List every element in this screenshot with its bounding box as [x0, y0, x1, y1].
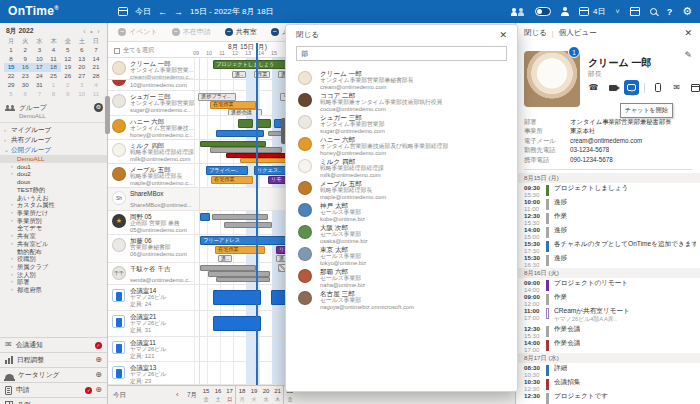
tree-item[interactable]: ›共有グループ: [0, 135, 107, 145]
layout-icon[interactable]: [630, 7, 640, 16]
minical-day[interactable]: 3: [32, 46, 46, 55]
event-bar[interactable]: 在宅作業: [211, 176, 253, 184]
panel-close-x-icon[interactable]: ✕: [684, 28, 692, 38]
person-list-item[interactable]: 大阪 次郎セールス事業部osaka@ontime.biz: [296, 223, 507, 245]
minical-day[interactable]: 1: [46, 81, 60, 90]
schedule-event[interactable]: 09:0014:00プロジェクトのリモート: [516, 279, 700, 293]
minical-day[interactable]: 31: [32, 81, 46, 90]
schedule-event[interactable]: 12:30プロジェクトです: [516, 392, 700, 404]
timeline-day[interactable]: 16土: [212, 386, 224, 404]
minical-day[interactable]: 21: [89, 63, 103, 72]
minical-day[interactable]: 1: [4, 46, 18, 55]
schedule-event[interactable]: 12:3015:30作業会議: [516, 325, 700, 339]
tree-expand-icon[interactable]: ›: [11, 217, 13, 225]
group-view-icon[interactable]: [511, 7, 525, 16]
tree-expand-icon[interactable]: ›: [11, 170, 13, 178]
schedule-event[interactable]: 15:3016:30進捗: [516, 254, 700, 268]
tree-item[interactable]: ›マイグループ: [0, 125, 107, 135]
tree-item[interactable]: ⌄公開グループ: [0, 145, 107, 155]
minical-day[interactable]: 27: [75, 72, 89, 81]
event-bar[interactable]: [216, 277, 270, 282]
person-list-item[interactable]: 名古屋 三郎セールス事業部nagoya@ontimebiz.onmicrosof…: [296, 289, 507, 311]
minical-day[interactable]: 25: [46, 72, 60, 81]
tree-item[interactable]: 全てデモ: [0, 224, 107, 232]
event-bar[interactable]: [224, 222, 272, 228]
minical-day[interactable]: 10: [32, 55, 46, 64]
minical-day[interactable]: 11: [89, 90, 103, 99]
tree-item[interactable]: ›法人別: [0, 271, 107, 279]
minical-day[interactable]: 22: [4, 72, 18, 81]
event-bar[interactable]: 進..: [218, 255, 232, 262]
event-bar[interactable]: [212, 214, 268, 220]
tree-item[interactable]: 動的配布: [0, 248, 107, 256]
minical-day[interactable]: 6: [18, 90, 32, 99]
sidebar-item-会議通知[interactable]: ✉会議通知✓: [0, 337, 107, 352]
person-list-item[interactable]: 那覇 六郎セールス事業部naha@ontime.biz: [296, 267, 507, 289]
sidebar-item-申請[interactable]: 申請✓⊕: [0, 382, 107, 397]
minical-day[interactable]: 8: [46, 90, 60, 99]
calendar-icon[interactable]: [688, 80, 700, 95]
event-bar[interactable]: [213, 316, 261, 331]
event-bar[interactable]: [256, 119, 271, 128]
minical-day[interactable]: 11: [46, 55, 60, 64]
tree-item[interactable]: ›共有室ビル: [0, 240, 107, 248]
tree-item[interactable]: DemoALL: [0, 155, 107, 163]
minical-day[interactable]: 20: [75, 63, 89, 72]
panel-close-button[interactable]: 閉じる: [524, 28, 547, 38]
toolbar-button-共有室[interactable]: −共有室: [225, 27, 257, 37]
select-all-control[interactable]: 全てを選択: [114, 46, 154, 55]
person-list-item[interactable]: ミルク 四郎戦略事業部経理部経理課milk@ontimedemo.com: [296, 157, 507, 179]
timeline-day[interactable]: 19火: [248, 386, 260, 404]
add-icon[interactable]: ⊕: [95, 371, 102, 379]
minical-day[interactable]: 13: [75, 55, 89, 64]
tree-expand-icon[interactable]: ›: [11, 240, 13, 248]
popup-search-input[interactable]: 部: [296, 46, 507, 61]
tree-expand-icon[interactable]: ›: [11, 286, 13, 294]
tree-expand-icon[interactable]: ›: [4, 125, 6, 135]
minical-day[interactable]: 12: [61, 55, 75, 64]
tree-expand-icon[interactable]: ⌄: [4, 145, 9, 155]
timeline-day[interactable]: 20水: [260, 386, 272, 404]
event-bar[interactable]: [238, 119, 253, 128]
minical-day[interactable]: 16: [18, 63, 32, 72]
minical-day[interactable]: 2: [61, 81, 75, 90]
tree-item[interactable]: TEST静的: [0, 186, 107, 194]
popup-close-button[interactable]: 閉じる: [296, 30, 319, 40]
tree-item[interactable]: ›事業所別: [0, 217, 107, 225]
event-bar[interactable]: 進..: [232, 71, 246, 78]
tree-item[interactable]: ›役職別: [0, 255, 107, 263]
view-toggle[interactable]: [535, 7, 551, 16]
mini-calendar-nav[interactable]: ‹ • ›: [83, 28, 101, 35]
tree-expand-icon[interactable]: ›: [11, 263, 13, 271]
person-list-item[interactable]: シュガー 三郎オンタイム事業部営業部sugar@ontimedemo.com: [296, 113, 507, 135]
minical-day[interactable]: 10: [75, 90, 89, 99]
sidebar-item-ケータリング[interactable]: ケータリング⊕: [0, 367, 107, 382]
group-settings-icon[interactable]: ⚙: [94, 103, 103, 112]
tree-expand-icon[interactable]: ›: [11, 278, 13, 286]
mobile-icon[interactable]: [650, 80, 665, 95]
person-list-item[interactable]: 神戸 太郎セールス事業部kobe@ontime.biz: [296, 201, 507, 223]
chevron-down-icon[interactable]: ˅: [616, 8, 620, 15]
minical-day[interactable]: 30: [18, 81, 32, 90]
tree-expand-icon[interactable]: ›: [11, 271, 13, 279]
minical-day[interactable]: 29: [4, 81, 18, 90]
tree-item[interactable]: あいうえお: [0, 194, 107, 202]
tree-expand-icon[interactable]: ›: [11, 209, 13, 217]
schedule-event[interactable]: 10:0011:00進捗: [516, 198, 700, 212]
sidebar-item-凡例[interactable]: 凡例: [0, 397, 107, 404]
person-list-item[interactable]: メープル 五郎戦略事業部経理部長maple@ontimedemo.com: [296, 179, 507, 201]
person-list-item[interactable]: ハニー 六郎オンタイム営業部兼技術部及び戦略事業部経理部honey@ontime…: [296, 135, 507, 157]
schedule-event[interactable]: 11:0017:00CReamが共有室リモートヤマノ26ビル4階A A席..: [516, 307, 700, 325]
minical-day[interactable]: 7: [32, 90, 46, 99]
minical-day[interactable]: 15: [4, 63, 18, 72]
tree-item[interactable]: ›所属クラブ: [0, 263, 107, 271]
minical-day[interactable]: 8: [4, 55, 18, 64]
tree-item[interactable]: doux: [0, 178, 107, 186]
event-bar[interactable]: 在宅作業: [210, 101, 256, 109]
settings-gear-icon[interactable]: ⚙: [682, 6, 692, 17]
minical-day[interactable]: 18: [46, 63, 60, 72]
minical-day[interactable]: 23: [18, 72, 32, 81]
tree-item[interactable]: ›カスタム属性: [0, 201, 107, 209]
select-all-checkbox[interactable]: [114, 48, 120, 54]
footer-prev-icon[interactable]: ‹: [176, 390, 179, 399]
